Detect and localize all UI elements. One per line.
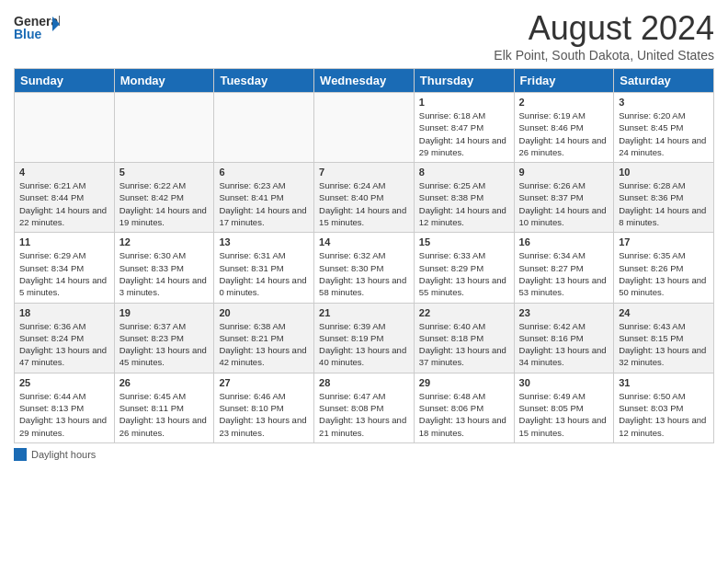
- day-info: Sunrise: 6:18 AMSunset: 8:47 PMDaylight:…: [419, 109, 509, 158]
- day-info: Sunrise: 6:32 AMSunset: 8:30 PMDaylight:…: [319, 249, 409, 298]
- calendar-cell: 1Sunrise: 6:18 AMSunset: 8:47 PMDaylight…: [414, 93, 514, 163]
- legend: Daylight hours: [14, 448, 714, 461]
- calendar-week-4: 25Sunrise: 6:44 AMSunset: 8:13 PMDayligh…: [15, 373, 714, 442]
- daylight-text: Daylight: 13 hours and 23 minutes.: [219, 415, 306, 437]
- header: General Blue August 2024 Elk Point, Sout…: [14, 9, 714, 63]
- daylight-text: Daylight: 14 hours and 10 minutes.: [519, 205, 607, 227]
- sunrise-text: Sunrise: 6:26 AM: [519, 180, 586, 190]
- calendar-week-1: 4Sunrise: 6:21 AMSunset: 8:44 PMDaylight…: [15, 163, 714, 233]
- legend-label: Daylight hours: [31, 449, 96, 460]
- sunset-text: Sunset: 8:06 PM: [419, 403, 483, 413]
- day-info: Sunrise: 6:22 AMSunset: 8:42 PMDaylight:…: [119, 179, 210, 228]
- sunrise-text: Sunrise: 6:49 AM: [519, 391, 586, 401]
- calendar-cell: 22Sunrise: 6:40 AMSunset: 8:18 PMDayligh…: [414, 303, 514, 373]
- day-number: 13: [219, 236, 309, 247]
- calendar-cell: 18Sunrise: 6:36 AMSunset: 8:24 PMDayligh…: [15, 303, 115, 373]
- calendar-week-3: 18Sunrise: 6:36 AMSunset: 8:24 PMDayligh…: [15, 303, 714, 373]
- day-number: 23: [519, 307, 609, 318]
- calendar-cell: 23Sunrise: 6:42 AMSunset: 8:16 PMDayligh…: [514, 303, 614, 373]
- day-info: Sunrise: 6:46 AMSunset: 8:10 PMDaylight:…: [219, 390, 309, 439]
- day-number: 1: [419, 97, 509, 108]
- sunset-text: Sunset: 8:11 PM: [119, 403, 184, 413]
- header-thursday: Thursday: [414, 69, 514, 93]
- page-container: General Blue August 2024 Elk Point, Sout…: [0, 0, 728, 470]
- sunrise-text: Sunrise: 6:42 AM: [519, 321, 586, 331]
- calendar-cell: 14Sunrise: 6:32 AMSunset: 8:30 PMDayligh…: [314, 233, 415, 303]
- header-monday: Monday: [114, 69, 214, 93]
- calendar-cell: 12Sunrise: 6:30 AMSunset: 8:33 PMDayligh…: [114, 233, 214, 303]
- sunset-text: Sunset: 8:27 PM: [519, 263, 584, 273]
- sunrise-text: Sunrise: 6:20 AM: [619, 110, 685, 121]
- logo-graphic: General Blue: [14, 9, 60, 50]
- header-tuesday: Tuesday: [214, 69, 314, 93]
- day-number: 31: [619, 377, 709, 388]
- daylight-text: Daylight: 13 hours and 50 minutes.: [619, 275, 706, 297]
- day-number: 24: [619, 307, 709, 318]
- calendar-table: Sunday Monday Tuesday Wednesday Thursday…: [14, 68, 714, 443]
- daylight-text: Daylight: 13 hours and 29 minutes.: [19, 415, 107, 437]
- daylight-text: Daylight: 13 hours and 55 minutes.: [419, 275, 506, 297]
- day-number: 4: [19, 167, 109, 178]
- sunrise-text: Sunrise: 6:35 AM: [619, 250, 685, 260]
- sunrise-text: Sunrise: 6:22 AM: [119, 180, 186, 190]
- sunrise-text: Sunrise: 6:46 AM: [219, 391, 285, 401]
- day-info: Sunrise: 6:24 AMSunset: 8:40 PMDaylight:…: [319, 179, 409, 228]
- sunset-text: Sunset: 8:03 PM: [619, 403, 683, 413]
- sunset-text: Sunset: 8:08 PM: [319, 403, 383, 413]
- sunset-text: Sunset: 8:24 PM: [19, 333, 84, 343]
- legend-color-box: [14, 448, 27, 461]
- sunset-text: Sunset: 8:16 PM: [519, 333, 584, 343]
- day-number: 14: [319, 236, 409, 247]
- day-info: Sunrise: 6:47 AMSunset: 8:08 PMDaylight:…: [319, 390, 409, 439]
- sunset-text: Sunset: 8:36 PM: [619, 192, 683, 202]
- sunrise-text: Sunrise: 6:18 AM: [419, 110, 485, 121]
- sunset-text: Sunset: 8:29 PM: [419, 263, 483, 273]
- sunrise-text: Sunrise: 6:21 AM: [19, 180, 85, 190]
- sunrise-text: Sunrise: 6:47 AM: [319, 391, 385, 401]
- calendar-cell: 19Sunrise: 6:37 AMSunset: 8:23 PMDayligh…: [114, 303, 214, 373]
- day-info: Sunrise: 6:34 AMSunset: 8:27 PMDaylight:…: [519, 249, 609, 298]
- sunrise-text: Sunrise: 6:28 AM: [619, 180, 685, 190]
- daylight-text: Daylight: 13 hours and 26 minutes.: [119, 415, 207, 437]
- day-number: 9: [519, 167, 609, 178]
- daylight-text: Daylight: 14 hours and 24 minutes.: [619, 135, 706, 157]
- day-number: 12: [119, 236, 210, 247]
- sunrise-text: Sunrise: 6:39 AM: [319, 321, 385, 331]
- sunrise-text: Sunrise: 6:24 AM: [319, 180, 385, 190]
- day-info: Sunrise: 6:44 AMSunset: 8:13 PMDaylight:…: [19, 390, 109, 439]
- day-number: 3: [619, 97, 709, 108]
- day-number: 26: [119, 377, 210, 388]
- daylight-text: Daylight: 14 hours and 8 minutes.: [619, 205, 706, 227]
- calendar-cell: 5Sunrise: 6:22 AMSunset: 8:42 PMDaylight…: [114, 163, 214, 233]
- calendar-cell: 2Sunrise: 6:19 AMSunset: 8:46 PMDaylight…: [514, 93, 614, 163]
- day-number: 18: [19, 307, 109, 318]
- calendar-cell: 8Sunrise: 6:25 AMSunset: 8:38 PMDaylight…: [414, 163, 514, 233]
- header-wednesday: Wednesday: [314, 69, 415, 93]
- sunrise-text: Sunrise: 6:34 AM: [519, 250, 586, 260]
- daylight-text: Daylight: 13 hours and 37 minutes.: [419, 345, 506, 367]
- day-info: Sunrise: 6:31 AMSunset: 8:31 PMDaylight:…: [219, 249, 309, 298]
- day-info: Sunrise: 6:26 AMSunset: 8:37 PMDaylight:…: [519, 179, 609, 228]
- sunset-text: Sunset: 8:38 PM: [419, 192, 483, 202]
- sunset-text: Sunset: 8:47 PM: [419, 122, 483, 132]
- daylight-text: Daylight: 13 hours and 15 minutes.: [519, 415, 607, 437]
- sunset-text: Sunset: 8:30 PM: [319, 263, 383, 273]
- day-info: Sunrise: 6:40 AMSunset: 8:18 PMDaylight:…: [419, 320, 509, 369]
- sunset-text: Sunset: 8:33 PM: [119, 263, 184, 273]
- day-number: 30: [519, 377, 609, 388]
- sunrise-text: Sunrise: 6:40 AM: [419, 321, 485, 331]
- day-info: Sunrise: 6:28 AMSunset: 8:36 PMDaylight:…: [619, 179, 709, 228]
- daylight-text: Daylight: 13 hours and 40 minutes.: [319, 345, 406, 367]
- day-number: 5: [119, 167, 210, 178]
- sunset-text: Sunset: 8:34 PM: [19, 263, 84, 273]
- day-number: 25: [19, 377, 109, 388]
- day-number: 21: [319, 307, 409, 318]
- day-number: 20: [219, 307, 309, 318]
- sunrise-text: Sunrise: 6:43 AM: [619, 321, 685, 331]
- calendar-cell: [114, 93, 214, 163]
- daylight-text: Daylight: 13 hours and 47 minutes.: [19, 345, 107, 367]
- day-number: 27: [219, 377, 309, 388]
- day-number: 17: [619, 236, 709, 247]
- day-info: Sunrise: 6:48 AMSunset: 8:06 PMDaylight:…: [419, 390, 509, 439]
- calendar-cell: 16Sunrise: 6:34 AMSunset: 8:27 PMDayligh…: [514, 233, 614, 303]
